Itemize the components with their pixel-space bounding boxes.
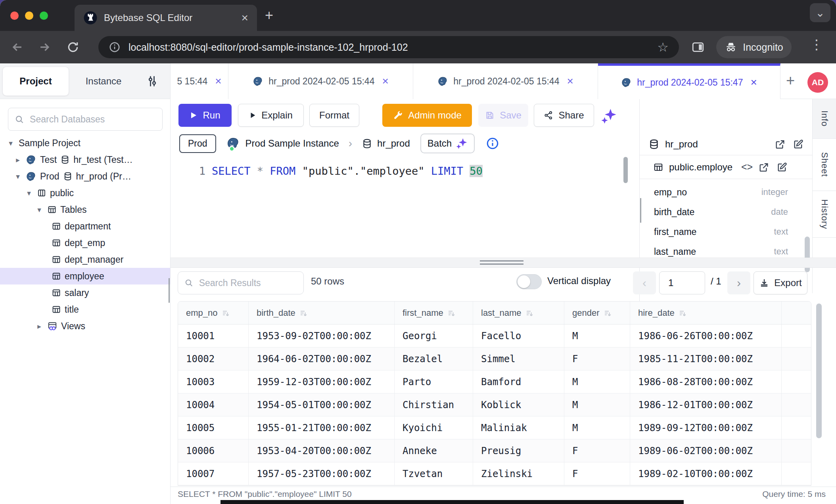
tree-schema-row[interactable]: ▾ public (0, 185, 171, 201)
cell[interactable]: Georgi (395, 325, 473, 347)
close-tab-icon[interactable]: × (241, 12, 248, 24)
side-panel-icon[interactable] (689, 38, 707, 56)
vertical-display-toggle[interactable] (516, 274, 542, 289)
bookmark-star-icon[interactable]: ☆ (657, 40, 669, 55)
database-search-input[interactable] (30, 114, 156, 125)
cell[interactable]: Chirstian (395, 393, 473, 416)
cell[interactable]: 10002 (178, 347, 249, 370)
run-button[interactable]: Run (178, 104, 232, 127)
browser-tab[interactable]: Bytebase SQL Editor × (75, 5, 257, 31)
external-link-icon[interactable] (758, 162, 769, 173)
sql-code-line[interactable]: SELECT * FROM "public"."employee" LIMIT … (212, 165, 483, 177)
cell[interactable]: 1989-02-10T00:00:00Z (630, 462, 782, 485)
cell[interactable]: F (564, 347, 630, 370)
cell[interactable]: 1953-04-20T00:00:00Z (249, 439, 395, 462)
sort-icon[interactable] (525, 309, 533, 317)
tree-table-department[interactable]: department (0, 218, 171, 235)
user-avatar[interactable]: AD (807, 72, 828, 93)
browser-menu-icon[interactable]: ⋮ (810, 36, 823, 52)
info-circle-icon[interactable] (486, 137, 499, 150)
database-name[interactable]: hr_prod (377, 138, 410, 149)
external-link-icon[interactable] (775, 139, 786, 150)
cell[interactable]: 10005 (178, 416, 249, 439)
sort-icon[interactable] (679, 309, 686, 317)
batch-toggle[interactable]: Batch (420, 134, 475, 153)
explain-button[interactable]: Explain (238, 104, 304, 127)
panel-resize-handle[interactable] (639, 198, 641, 223)
edit-icon[interactable] (777, 162, 788, 173)
tree-table-employee-selected[interactable]: employee (0, 268, 171, 284)
editor-scrollbar[interactable] (623, 157, 628, 183)
column-header[interactable]: last_name (473, 302, 564, 324)
caret-down-icon[interactable]: ▾ (25, 189, 33, 198)
tree-table-dept-emp[interactable]: dept_emp (0, 235, 171, 251)
database-search[interactable] (8, 108, 163, 131)
results-search-input[interactable] (199, 278, 297, 288)
table-row[interactable]: 100071957-05-23T00:00:00ZTzvetanZielinsk… (178, 462, 811, 485)
column-row[interactable]: birth_date date (640, 202, 798, 222)
format-button[interactable]: Format (309, 104, 359, 127)
maximize-window-button[interactable] (40, 11, 48, 20)
instance-name[interactable]: Prod Sample Instance (245, 138, 339, 149)
cell[interactable]: Maliniak (473, 416, 564, 439)
cell[interactable]: Bamford (473, 370, 564, 393)
table-row[interactable]: 100021964-06-02T00:00:00ZBezalelSimmelF1… (178, 347, 811, 370)
caret-right-icon[interactable]: ▸ (35, 322, 44, 331)
cell[interactable]: 1959-12-03T00:00:00Z (249, 370, 395, 393)
cell[interactable]: Anneke (395, 439, 473, 462)
results-search[interactable] (178, 271, 304, 294)
sort-icon[interactable] (222, 309, 230, 317)
cell[interactable]: 1954-05-01T00:00:00Z (249, 393, 395, 416)
close-worksheet-icon[interactable]: × (750, 76, 757, 89)
tree-table-salary[interactable]: salary (0, 284, 171, 301)
column-header[interactable]: first_name (395, 302, 473, 324)
cell[interactable]: Facello (473, 325, 564, 347)
code-tag-icon[interactable]: <> (741, 161, 753, 173)
sort-icon[interactable] (299, 309, 307, 317)
close-worksheet-icon[interactable]: × (382, 75, 388, 88)
column-header[interactable]: birth_date (249, 302, 395, 324)
cell[interactable]: M (564, 416, 630, 439)
tab-project[interactable]: Project (2, 67, 69, 96)
next-page-button[interactable]: › (727, 271, 750, 294)
prev-page-button[interactable]: ‹ (633, 271, 656, 294)
cell[interactable]: 10006 (178, 439, 249, 462)
minimize-window-button[interactable] (25, 11, 33, 20)
cell[interactable]: F (564, 439, 630, 462)
add-worksheet-button[interactable]: + (786, 72, 795, 89)
tree-settings-icon[interactable] (145, 74, 159, 90)
table-row[interactable]: 100061953-04-20T00:00:00ZAnnekePreusigF1… (178, 439, 811, 462)
cell[interactable]: 10001 (178, 325, 249, 347)
close-worksheet-icon[interactable]: × (567, 75, 573, 88)
column-row[interactable]: emp_no integer (640, 182, 798, 202)
cell[interactable]: 1957-05-23T00:00:00Z (249, 462, 395, 485)
cell[interactable]: Kyoichi (395, 416, 473, 439)
tree-db-row-test[interactable]: ▸ Test hr_test (Test… (0, 151, 171, 168)
url-bar[interactable]: localhost:8080/sql-editor/prod-sample-in… (98, 36, 679, 58)
side-tab-info[interactable]: Info (813, 99, 836, 139)
cell[interactable]: Simmel (473, 347, 564, 370)
cell[interactable]: F (564, 462, 630, 485)
tab-search-button[interactable]: ⌄ (810, 3, 830, 22)
cell[interactable]: Koblick (473, 393, 564, 416)
column-header[interactable]: hire_date (630, 302, 782, 324)
worksheet-tab-1[interactable]: 5 15:44 × (171, 63, 228, 99)
cell[interactable]: 1986-06-26T00:00:00Z (630, 325, 782, 347)
column-header[interactable]: gender (564, 302, 630, 324)
site-info-icon[interactable] (109, 41, 121, 53)
tree-table-dept-manager[interactable]: dept_manager (0, 251, 171, 268)
column-row[interactable]: first_name text (640, 222, 798, 242)
export-button[interactable]: Export (754, 271, 807, 294)
back-icon[interactable] (9, 38, 26, 56)
reload-icon[interactable] (64, 38, 82, 56)
sort-icon[interactable] (604, 309, 612, 317)
table-row[interactable]: 100041954-05-01T00:00:00ZChirstianKoblic… (178, 393, 811, 416)
forward-icon[interactable] (36, 38, 53, 56)
edit-icon[interactable] (793, 139, 804, 150)
results-resize-divider[interactable] (171, 258, 836, 268)
save-button[interactable]: Save (478, 104, 528, 127)
close-worksheet-icon[interactable]: × (215, 75, 221, 88)
cell[interactable]: 1986-08-28T00:00:00Z (630, 370, 782, 393)
panel-table-row[interactable]: public.employe <> (640, 155, 812, 179)
tree-table-title[interactable]: title (0, 301, 171, 318)
